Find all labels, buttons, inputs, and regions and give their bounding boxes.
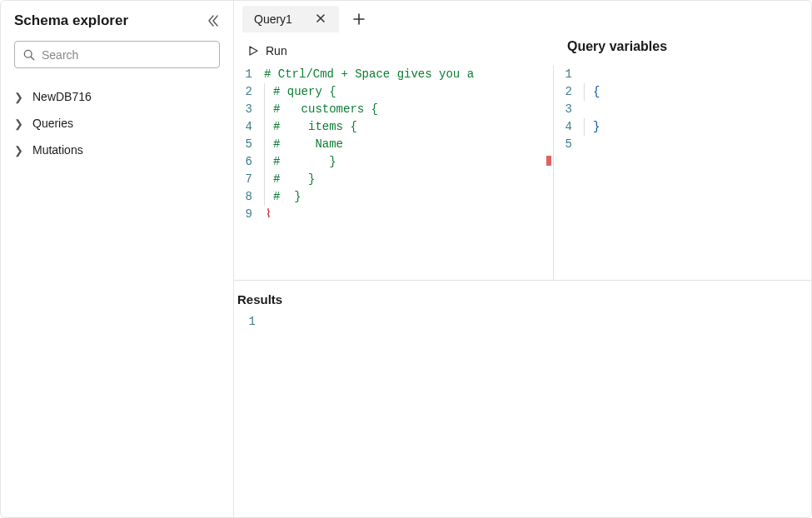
run-button-label: Run bbox=[266, 44, 287, 57]
tree-item-label: NewDB716 bbox=[32, 90, 92, 103]
schema-explorer-sidebar: Schema explorer ❯ NewDB716 ❯ Queries ❯ M… bbox=[1, 1, 234, 517]
code-line: # customers { bbox=[273, 102, 378, 116]
code-line: # Name bbox=[273, 137, 343, 151]
variables-title: Query variables bbox=[554, 39, 811, 66]
variables-editor[interactable]: 12345 { } bbox=[554, 66, 811, 153]
results-editor[interactable]: 1 bbox=[237, 313, 808, 331]
play-icon bbox=[247, 45, 259, 57]
chevron-right-icon: ❯ bbox=[14, 145, 24, 156]
code-line: { bbox=[593, 85, 600, 98]
results-title: Results bbox=[237, 292, 808, 306]
code-line: } bbox=[593, 120, 600, 133]
app-root: Schema explorer ❯ NewDB716 ❯ Queries ❯ M… bbox=[0, 0, 812, 518]
main-area: Query1 Run 123456789 # Ct bbox=[234, 1, 811, 517]
new-tab-button[interactable] bbox=[352, 12, 366, 26]
error-squiggle-icon: ⌇ bbox=[266, 206, 271, 223]
tree-item-label: Mutations bbox=[32, 143, 83, 157]
sidebar-title: Schema explorer bbox=[14, 12, 128, 29]
tree-item-queries[interactable]: ❯ Queries bbox=[14, 110, 220, 137]
query-editor[interactable]: 123456789 # Ctrl/Cmd + Space gives you a… bbox=[234, 66, 553, 280]
search-icon bbox=[23, 49, 35, 61]
tab-label: Query1 bbox=[254, 12, 292, 26]
close-tab-icon[interactable] bbox=[316, 13, 327, 25]
error-marker-icon bbox=[546, 156, 551, 166]
chevron-right-icon: ❯ bbox=[14, 118, 24, 129]
code-line: # items { bbox=[273, 120, 357, 133]
query-editor-gutter: 123456789 bbox=[239, 66, 264, 223]
variables-panel: Query variables 12345 { } bbox=[553, 66, 811, 280]
tab-query1[interactable]: Query1 bbox=[242, 6, 339, 32]
search-input[interactable] bbox=[42, 48, 211, 62]
variables-lines[interactable]: { } bbox=[584, 66, 811, 153]
tab-bar: Query1 bbox=[234, 1, 811, 34]
results-panel: Results 1 bbox=[234, 281, 811, 342]
collapse-sidebar-icon[interactable] bbox=[207, 14, 220, 27]
tree-item-label: Queries bbox=[32, 117, 73, 130]
run-button[interactable]: Run bbox=[247, 44, 287, 57]
code-line: # } bbox=[273, 155, 336, 168]
search-field-wrap[interactable] bbox=[14, 41, 220, 68]
results-gutter: 1 bbox=[237, 313, 264, 331]
code-line: # } bbox=[273, 190, 301, 203]
svg-line-1 bbox=[31, 57, 34, 60]
variables-gutter: 12345 bbox=[559, 66, 584, 153]
sidebar-header: Schema explorer bbox=[14, 12, 220, 29]
code-line: # query { bbox=[273, 85, 336, 98]
code-line: # } bbox=[273, 172, 315, 186]
query-editor-lines[interactable]: # Ctrl/Cmd + Space gives you a # query {… bbox=[264, 66, 553, 223]
code-line: # Ctrl/Cmd + Space gives you a bbox=[264, 67, 474, 81]
schema-tree: ❯ NewDB716 ❯ Queries ❯ Mutations bbox=[14, 83, 220, 163]
tree-item-newdb[interactable]: ❯ NewDB716 bbox=[14, 83, 220, 110]
chevron-right-icon: ❯ bbox=[14, 92, 24, 102]
editors-split: 123456789 # Ctrl/Cmd + Space gives you a… bbox=[234, 66, 811, 281]
tree-item-mutations[interactable]: ❯ Mutations bbox=[14, 137, 220, 163]
